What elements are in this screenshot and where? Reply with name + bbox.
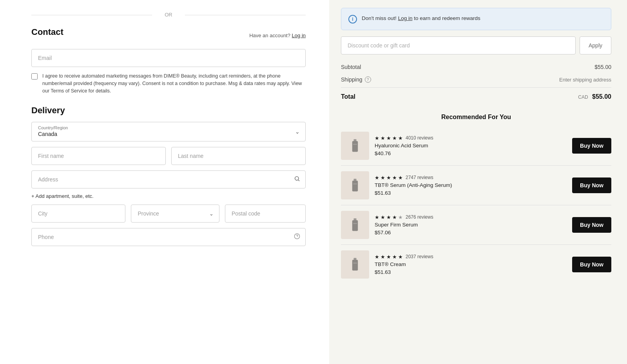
buy-now-button-1[interactable]: Buy Now: [572, 177, 611, 193]
name-row: [31, 147, 306, 165]
discount-row: Apply: [341, 36, 611, 54]
province-select[interactable]: Province: [131, 205, 219, 222]
product-thumbnail-3: [341, 250, 369, 279]
rec-item: ★★★★★ 2037 reviews TBT® Cream $51.63 Buy…: [341, 245, 611, 284]
svg-rect-15: [353, 263, 357, 263]
star-half-icon: ★: [398, 214, 403, 220]
reviews-count-1: 2747 reviews: [406, 175, 433, 180]
subtotal-row: Subtotal $55.00: [341, 61, 611, 73]
star-filled-icon: ★: [386, 214, 391, 220]
star-filled-icon: ★: [375, 214, 379, 220]
address-search-icon[interactable]: [294, 176, 300, 183]
star-filled-icon: ★: [375, 175, 379, 181]
first-name-input[interactable]: [31, 147, 166, 165]
address-input[interactable]: [31, 170, 306, 188]
buy-now-button-3[interactable]: Buy Now: [572, 257, 611, 272]
shipping-label: Shipping: [341, 76, 362, 83]
svg-rect-6: [353, 144, 357, 145]
have-account-text: Have an account? Log in: [249, 33, 306, 38]
star-filled-icon: ★: [386, 175, 391, 181]
total-row: Total CAD $55.00: [341, 89, 611, 104]
product-name-2: Super Firm Serum: [375, 221, 567, 229]
product-name-1: TBT® Serum (Anti-Aging Serum): [375, 182, 567, 189]
star-filled-icon: ★: [386, 254, 391, 260]
contact-header: Contact Have an account? Log in: [31, 27, 306, 43]
total-currency: CAD: [578, 94, 588, 100]
product-name-3: TBT® Cream: [375, 261, 567, 268]
right-panel: i Don't miss out! Log in to earn and red…: [329, 0, 627, 364]
product-info-2: ★★★★★ 2676 reviews Super Firm Serum $57.…: [375, 214, 567, 236]
svg-rect-8: [352, 181, 358, 192]
buy-now-button-2[interactable]: Buy Now: [572, 217, 611, 233]
svg-rect-12: [353, 223, 357, 224]
svg-rect-14: [352, 260, 358, 271]
marketing-consent-area: I agree to receive automated marketing m…: [31, 72, 306, 94]
city-input[interactable]: [31, 205, 125, 223]
product-price-3: $51.63: [375, 269, 567, 275]
star-rating-0: ★★★★★ 4010 reviews: [375, 135, 567, 141]
star-filled-icon: ★: [392, 135, 397, 141]
total-label: Total: [341, 93, 355, 100]
star-filled-icon: ★: [381, 214, 385, 220]
login-link[interactable]: Log in: [292, 33, 306, 38]
marketing-label: I agree to receive automated marketing m…: [42, 72, 306, 94]
svg-rect-11: [352, 220, 358, 231]
product-name-0: Hyaluronic Acid Serum: [375, 142, 567, 150]
subtotal-label: Subtotal: [341, 64, 361, 70]
or-divider: OR: [31, 12, 306, 18]
subtotal-value: $55.00: [594, 64, 611, 70]
product-info-3: ★★★★★ 2037 reviews TBT® Cream $51.63: [375, 254, 567, 275]
star-rating-3: ★★★★★ 2037 reviews: [375, 254, 567, 260]
discount-input[interactable]: [341, 36, 576, 54]
shipping-value: Enter shipping address: [559, 77, 611, 83]
svg-line-1: [298, 180, 299, 181]
province-wrapper: Province ⌄: [131, 205, 219, 223]
product-thumbnail-2: [341, 211, 369, 239]
apply-button[interactable]: Apply: [580, 36, 611, 54]
phone-wrapper: [31, 228, 306, 246]
recommended-title: Recommended For You: [341, 114, 611, 121]
address-wrapper: [31, 170, 306, 188]
email-input[interactable]: [31, 49, 306, 67]
buy-now-button-0[interactable]: Buy Now: [572, 138, 611, 154]
rec-item: ★★★★★ 2676 reviews Super Firm Serum $57.…: [341, 205, 611, 245]
rec-item: ★★★★★ 2747 reviews TBT® Serum (Anti-Agin…: [341, 166, 611, 205]
phone-input[interactable]: [31, 228, 306, 246]
product-price-0: $40.76: [375, 150, 567, 156]
rewards-banner: i Don't miss out! Log in to earn and red…: [341, 8, 611, 30]
star-filled-icon: ★: [381, 254, 385, 260]
delivery-section: Delivery Country/Region Canada ⌄ + Add a…: [31, 105, 306, 246]
phone-help-icon: [294, 233, 300, 241]
postal-code-input[interactable]: [225, 205, 306, 223]
contact-title: Contact: [31, 27, 63, 37]
star-rating-1: ★★★★★ 2747 reviews: [375, 175, 567, 181]
product-info-0: ★★★★★ 4010 reviews Hyaluronic Acid Serum…: [375, 135, 567, 157]
shipping-row: Shipping ? Enter shipping address: [341, 73, 611, 88]
add-suite-link[interactable]: + Add apartment, suite, etc.: [31, 193, 306, 199]
svg-point-2: [294, 234, 299, 239]
svg-rect-13: [353, 258, 356, 260]
star-filled-icon: ★: [392, 254, 397, 260]
star-filled-icon: ★: [381, 175, 385, 181]
city-province-postal-row: Province ⌄: [31, 205, 306, 223]
star-filled-icon: ★: [386, 135, 391, 141]
left-panel: OR Contact Have an account? Log in I agr…: [0, 0, 329, 364]
country-select[interactable]: Canada: [32, 130, 305, 141]
svg-rect-4: [353, 139, 356, 141]
rec-item: ★★★★★ 4010 reviews Hyaluronic Acid Serum…: [341, 126, 611, 166]
star-filled-icon: ★: [398, 175, 403, 181]
product-thumbnail-0: [341, 132, 369, 160]
rewards-text: Don't miss out! Log in to earn and redee…: [362, 14, 480, 22]
last-name-input[interactable]: [171, 147, 306, 165]
product-price-2: $57.06: [375, 230, 567, 235]
marketing-checkbox[interactable]: [31, 73, 38, 80]
delivery-title: Delivery: [31, 105, 306, 116]
total-value: $55.00: [592, 93, 611, 100]
star-filled-icon: ★: [392, 175, 397, 181]
recommended-items-container: ★★★★★ 4010 reviews Hyaluronic Acid Serum…: [341, 126, 611, 284]
reviews-count-3: 2037 reviews: [406, 254, 433, 259]
country-label: Country/Region: [32, 122, 305, 130]
rewards-login-link[interactable]: Log in: [398, 15, 413, 21]
reviews-count-0: 4010 reviews: [406, 135, 433, 141]
svg-rect-10: [353, 218, 356, 220]
